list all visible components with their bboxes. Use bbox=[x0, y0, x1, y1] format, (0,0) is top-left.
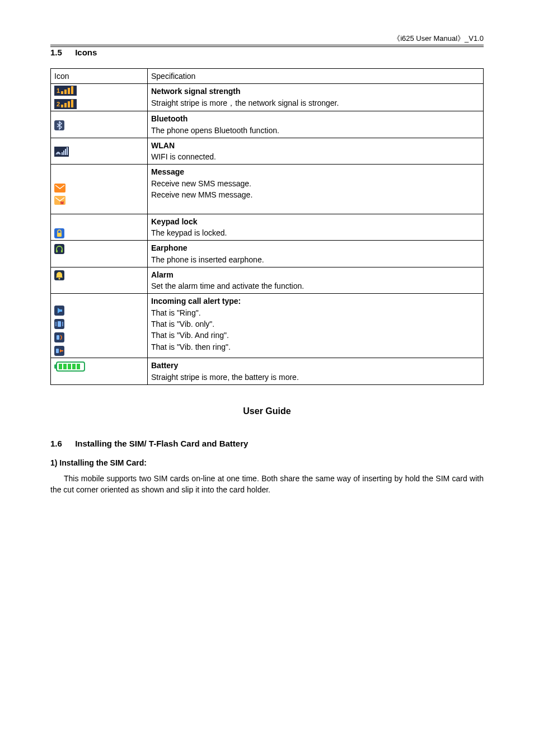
lock-icon bbox=[54, 228, 64, 238]
cell-spec-alert: Incoming call alert type: That is "Ring"… bbox=[148, 294, 484, 358]
table-row: Alarm Set the alarm time and activate th… bbox=[51, 267, 484, 294]
row-desc: Set the alarm time and activate the func… bbox=[151, 281, 304, 290]
section-1-6-heading: 1.6 Installing the SIM/ T-Flash Card and… bbox=[50, 439, 484, 448]
svg-rect-41 bbox=[68, 364, 71, 369]
vib-and-ring-icon bbox=[54, 332, 64, 342]
row-l2: That is "Vib. only". bbox=[151, 320, 214, 328]
signal-strength-icon: 1 bbox=[54, 86, 77, 96]
table-row: Battery Straight stripe is more, the bat… bbox=[51, 358, 484, 385]
cell-spec-earphone: Earphone The phone is inserted earphone. bbox=[148, 241, 484, 267]
svg-rect-14 bbox=[62, 152, 63, 155]
cell-spec-keypad: Keypad lock The keypad is locked. bbox=[148, 214, 484, 241]
ring-icon bbox=[54, 306, 64, 316]
row-l3: That is "Vib. And ring". bbox=[151, 331, 229, 340]
row-desc: Straight stripe is more，the network sign… bbox=[151, 98, 339, 107]
signal-strength-icon-2: 2 bbox=[54, 99, 77, 109]
svg-text:M: M bbox=[60, 201, 64, 205]
svg-rect-22 bbox=[57, 233, 62, 237]
cell-icon-battery bbox=[51, 358, 148, 385]
row-desc: The phone is inserted earphone. bbox=[151, 255, 264, 264]
svg-rect-19 bbox=[54, 196, 65, 205]
row-title: Network signal strength bbox=[151, 87, 240, 96]
table-row: Keypad lock The keypad is locked. bbox=[51, 214, 484, 241]
cell-spec-alarm: Alarm Set the alarm time and activate th… bbox=[148, 267, 484, 294]
subsection-1-num: 1) bbox=[50, 458, 57, 467]
cell-icon-bluetooth bbox=[51, 111, 148, 138]
row-l4: That is "Vib. then ring". bbox=[151, 342, 231, 351]
row-title: Incoming call alert type: bbox=[151, 297, 241, 306]
cell-spec-battery: Battery Straight stripe is more, the bat… bbox=[148, 358, 484, 385]
cell-icon-earphone bbox=[51, 241, 148, 267]
svg-rect-3 bbox=[64, 90, 67, 94]
vib-then-ring-icon bbox=[54, 346, 64, 356]
row-desc: Straight stripe is more, the battery is … bbox=[151, 373, 299, 382]
subsection-1: 1) Installing the SIM Card: bbox=[50, 458, 484, 467]
alarm-icon bbox=[54, 270, 64, 280]
cell-icon-signal: 1 2 bbox=[51, 84, 148, 111]
svg-rect-30 bbox=[58, 321, 61, 327]
bluetooth-icon bbox=[54, 120, 64, 130]
row-title: Battery bbox=[151, 361, 178, 370]
cell-spec-header: Specification bbox=[148, 69, 484, 84]
cell-spec-bluetooth: Bluetooth The phone opens Bluetooth func… bbox=[148, 111, 484, 138]
svg-rect-10 bbox=[68, 101, 70, 107]
wifi-icon bbox=[54, 147, 69, 157]
row-desc: The keypad is locked. bbox=[151, 228, 227, 237]
vib-only-icon bbox=[54, 319, 64, 329]
svg-rect-16 bbox=[65, 149, 66, 155]
svg-rect-39 bbox=[59, 364, 62, 369]
row-title: Message bbox=[151, 167, 184, 176]
row-desc1: Receive new SMS message. bbox=[151, 179, 251, 188]
table-row: M Message Receive new SMS message. Recei… bbox=[51, 165, 484, 214]
row-desc: The phone opens Bluetooth function. bbox=[151, 126, 279, 135]
svg-rect-43 bbox=[77, 364, 80, 369]
svg-rect-36 bbox=[56, 349, 59, 353]
user-guide-heading: User Guide bbox=[50, 406, 484, 416]
row-title: Alarm bbox=[151, 270, 174, 279]
cell-icon-header: Icon bbox=[51, 69, 148, 84]
cell-icon-alert bbox=[51, 294, 148, 358]
svg-rect-18 bbox=[54, 184, 65, 192]
row-desc: WIFI is connected. bbox=[151, 152, 216, 161]
svg-rect-5 bbox=[71, 86, 73, 94]
header-right: 《i625 User Manual》_V1.0 bbox=[50, 34, 484, 44]
section-1-5-heading: 1.5 Icons bbox=[50, 46, 484, 57]
svg-rect-2 bbox=[61, 91, 63, 94]
section-1-6-num: 1.6 bbox=[50, 439, 73, 448]
cell-icon-alarm bbox=[51, 267, 148, 294]
svg-rect-8 bbox=[61, 105, 63, 107]
svg-rect-42 bbox=[72, 364, 76, 369]
svg-text:2: 2 bbox=[57, 101, 60, 107]
table-row: 1 2 Network signal strength Straight str… bbox=[51, 84, 484, 111]
mms-icon: M bbox=[54, 196, 65, 205]
row-desc2: Receive new MMS message. bbox=[151, 190, 252, 199]
section-1-5-num: 1.5 bbox=[50, 48, 73, 57]
svg-rect-15 bbox=[63, 151, 64, 155]
cell-icon-keypad bbox=[51, 214, 148, 241]
row-title: Keypad lock bbox=[151, 217, 197, 226]
table-row: WLAN WIFI is connected. bbox=[51, 138, 484, 165]
earphone-icon bbox=[54, 244, 64, 254]
svg-rect-38 bbox=[54, 364, 57, 369]
table-row: Earphone The phone is inserted earphone. bbox=[51, 241, 484, 267]
svg-rect-4 bbox=[68, 88, 70, 94]
cell-icon-wlan bbox=[51, 138, 148, 165]
row-title: WLAN bbox=[151, 141, 175, 150]
paragraph-1: This mobile supports two SIM cards on-li… bbox=[50, 473, 484, 496]
svg-rect-34 bbox=[57, 335, 59, 340]
table-row: Incoming call alert type: That is "Ring"… bbox=[51, 294, 484, 358]
cell-spec-message: Message Receive new SMS message. Receive… bbox=[148, 165, 484, 214]
cell-icon-message: M bbox=[51, 165, 148, 214]
section-1-6-title: Installing the SIM/ T-Flash Card and Bat… bbox=[75, 439, 248, 448]
cell-spec-wlan: WLAN WIFI is connected. bbox=[148, 138, 484, 165]
cell-spec-signal: Network signal strength Straight stripe … bbox=[148, 84, 484, 111]
svg-rect-23 bbox=[54, 244, 64, 254]
row-title: Bluetooth bbox=[151, 114, 188, 123]
svg-rect-24 bbox=[56, 250, 58, 252]
svg-text:1: 1 bbox=[57, 87, 60, 94]
svg-rect-17 bbox=[67, 147, 68, 155]
icons-table: Icon Specification 1 2 Network signal st… bbox=[50, 68, 484, 385]
svg-rect-11 bbox=[71, 100, 73, 107]
sms-icon bbox=[54, 184, 65, 192]
subsection-1-title: Installing the SIM Card: bbox=[59, 458, 147, 467]
